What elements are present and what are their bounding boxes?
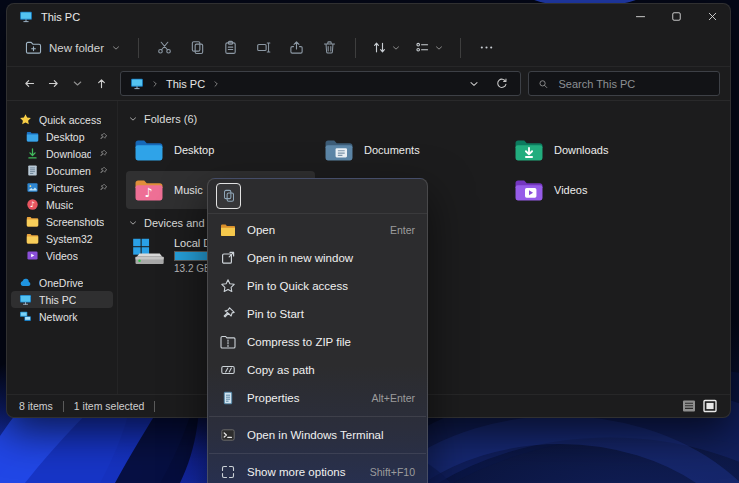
local-disk-icon bbox=[130, 237, 166, 267]
toolbar-rename-button[interactable] bbox=[247, 34, 280, 62]
sort-button[interactable] bbox=[365, 40, 408, 55]
forward-button[interactable] bbox=[41, 72, 65, 96]
sb-document-icon bbox=[26, 164, 39, 177]
up-button[interactable] bbox=[89, 72, 113, 96]
sidebar-item-screenshots[interactable]: Screenshots bbox=[11, 213, 113, 230]
back-button[interactable] bbox=[17, 72, 41, 96]
fl-documents-icon bbox=[324, 138, 354, 162]
menu-item-copy-as-path[interactable]: Copy as path bbox=[208, 356, 427, 384]
new-folder-button[interactable]: New folder bbox=[17, 36, 129, 59]
sidebar-item-videos[interactable]: Videos bbox=[11, 247, 113, 264]
m-star-icon bbox=[220, 278, 236, 294]
folder-tile-documents[interactable]: Documents bbox=[316, 131, 505, 169]
this-pc-icon bbox=[19, 10, 33, 23]
new-folder-icon bbox=[25, 40, 42, 55]
see-more-button[interactable] bbox=[470, 34, 503, 62]
view-button[interactable] bbox=[408, 40, 451, 55]
copy-icon bbox=[223, 189, 235, 203]
m-open-icon bbox=[220, 222, 236, 238]
sidebar-item-network[interactable]: Network bbox=[11, 308, 113, 325]
sb-video-icon bbox=[26, 249, 39, 262]
sb-folder-icon bbox=[26, 215, 39, 228]
sidebar-item-onedrive[interactable]: OneDrive bbox=[11, 274, 113, 291]
menu-item-pin-start[interactable]: Pin to Start bbox=[208, 300, 427, 328]
menu-item-open[interactable]: Open Enter bbox=[208, 216, 427, 244]
search-icon bbox=[538, 78, 548, 90]
toolbar-paste-button[interactable] bbox=[214, 34, 247, 62]
pin-icon bbox=[98, 149, 108, 159]
fl-videos-icon bbox=[514, 178, 544, 202]
sidebar-item-quick-access[interactable]: Quick access bbox=[11, 111, 113, 128]
sidebar-item-system32[interactable]: System32 bbox=[11, 230, 113, 247]
details-view-button[interactable] bbox=[681, 398, 697, 414]
sb-music-icon: ♪ bbox=[26, 198, 39, 211]
toolbar-share-button[interactable] bbox=[280, 34, 313, 62]
menu-separator bbox=[209, 453, 426, 454]
close-button[interactable] bbox=[694, 4, 730, 29]
fl-desktop-icon bbox=[134, 138, 164, 162]
address-dropdown-button[interactable] bbox=[464, 75, 484, 93]
sidebar-item-this-pc[interactable]: This PC bbox=[11, 291, 113, 308]
menu-item-show-more[interactable]: Show more options Shift+F10 bbox=[208, 458, 427, 483]
sidebar-item-documents[interactable]: Documents bbox=[11, 162, 113, 179]
sb-picture-icon bbox=[26, 181, 39, 194]
sb-download-icon bbox=[26, 147, 39, 160]
sb-desktop-icon bbox=[26, 130, 39, 143]
menu-item-compress-zip[interactable]: Compress to ZIP file bbox=[208, 328, 427, 356]
sort-icon bbox=[372, 40, 387, 55]
toolbar-cut-button[interactable] bbox=[148, 34, 181, 62]
copy-quick-action[interactable] bbox=[216, 183, 241, 209]
copy-icon bbox=[190, 40, 205, 55]
file-action-group bbox=[148, 34, 346, 62]
m-props-icon bbox=[220, 390, 236, 406]
menu-item-properties[interactable]: Properties Alt+Enter bbox=[208, 384, 427, 412]
folder-tile-downloads[interactable]: Downloads bbox=[506, 131, 695, 169]
sidebar-item-pictures[interactable]: Pictures bbox=[11, 179, 113, 196]
toolbar-copy-button[interactable] bbox=[181, 34, 214, 62]
address-bar[interactable]: This PC bbox=[120, 71, 521, 96]
sidebar-item-music[interactable]: ♪ Music bbox=[11, 196, 113, 213]
chevron-down-icon bbox=[434, 43, 444, 53]
title-bar[interactable]: This PC bbox=[7, 4, 730, 29]
menu-separator bbox=[209, 416, 426, 417]
window-controls bbox=[622, 4, 730, 29]
refresh-button[interactable] bbox=[491, 75, 511, 93]
search-box[interactable] bbox=[528, 71, 720, 96]
thumbnail-view-button[interactable] bbox=[702, 398, 718, 414]
menu-item-open-terminal[interactable]: Open in Windows Terminal bbox=[208, 421, 427, 449]
minimize-button[interactable] bbox=[622, 4, 658, 29]
search-input[interactable] bbox=[556, 77, 710, 91]
context-menu: Open Enter Open in new window Pin to Qui… bbox=[207, 178, 428, 483]
sidebar-item-desktop[interactable]: Desktop bbox=[11, 128, 113, 145]
context-menu-items: Open Enter Open in new window Pin to Qui… bbox=[208, 214, 427, 483]
maximize-button[interactable] bbox=[658, 4, 694, 29]
folder-tile-videos[interactable]: Videos bbox=[506, 171, 695, 209]
m-newwin-icon bbox=[220, 250, 236, 266]
m-more-icon bbox=[220, 464, 236, 480]
toolbar-delete-button[interactable] bbox=[313, 34, 346, 62]
view-list-icon bbox=[415, 40, 430, 55]
menu-item-pin-quick-access[interactable]: Pin to Quick access bbox=[208, 272, 427, 300]
sb-folder-icon bbox=[26, 232, 39, 245]
recent-locations-button[interactable] bbox=[65, 72, 89, 96]
cut-icon bbox=[157, 40, 172, 55]
pin-icon bbox=[98, 183, 108, 193]
new-folder-label: New folder bbox=[49, 42, 104, 54]
toolbar-divider bbox=[355, 38, 356, 58]
sb-network-icon bbox=[19, 310, 32, 323]
collapse-icon bbox=[128, 114, 138, 124]
fl-music-icon: ♪ bbox=[134, 178, 164, 202]
breadcrumb[interactable]: This PC bbox=[166, 78, 205, 90]
rename-icon bbox=[256, 40, 271, 55]
command-bar: New folder bbox=[7, 29, 730, 67]
folders-section-header[interactable]: Folders (6) bbox=[128, 111, 730, 127]
folder-tile-desktop[interactable]: Desktop bbox=[126, 131, 315, 169]
svg-text:♪: ♪ bbox=[145, 185, 153, 200]
sidebar-item-downloads[interactable]: Downloads bbox=[11, 145, 113, 162]
pin-icon bbox=[98, 166, 108, 176]
sb-monitor-icon bbox=[19, 293, 32, 306]
sb-cloud-icon bbox=[19, 276, 32, 289]
menu-item-open-new-window[interactable]: Open in new window bbox=[208, 244, 427, 272]
chevron-down-icon bbox=[111, 43, 121, 53]
fl-downloads-icon bbox=[514, 138, 544, 162]
